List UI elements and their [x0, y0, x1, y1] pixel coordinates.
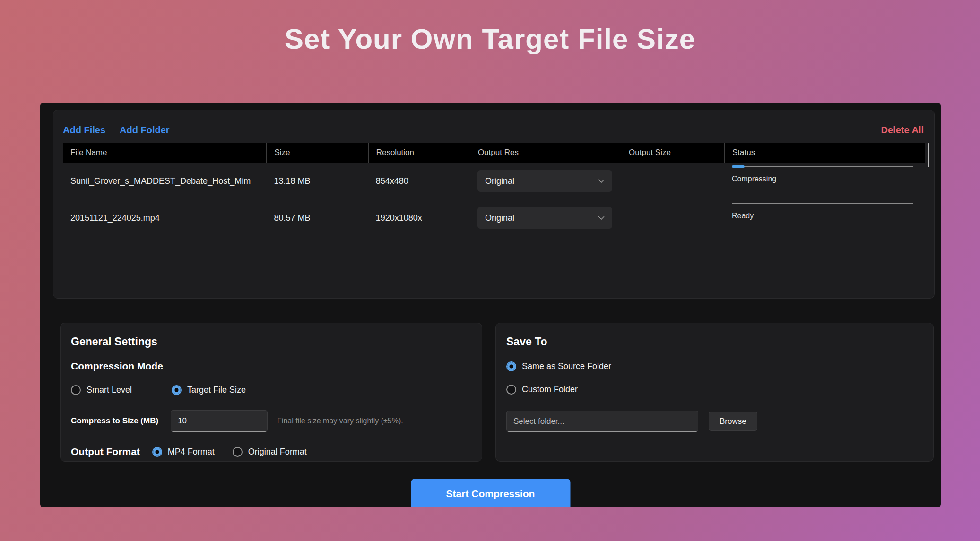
add-folder-button[interactable]: Add Folder — [120, 125, 170, 136]
smart-level-label: Smart Level — [87, 385, 132, 395]
compress-to-size-input[interactable] — [171, 410, 268, 432]
cell-status: Compressing — [724, 163, 925, 199]
cell-size: 80.57 MB — [266, 199, 368, 236]
page: { "page": { "title": "Set Your Own Targe… — [0, 0, 980, 541]
cell-output-size — [621, 199, 724, 236]
general-settings-card: General Settings Compression Mode Smart … — [60, 323, 482, 462]
file-list-card: Add Files Add Folder Delete All File Nam… — [53, 110, 935, 299]
original-format-label: Original Format — [248, 447, 307, 457]
toolbar: Add Files Add Folder Delete All — [63, 123, 924, 137]
column-header-resolution: Resolution — [368, 143, 470, 163]
output-format-row: Output Format MP4 Format Original Format — [71, 446, 471, 457]
save-to-title: Save To — [506, 335, 923, 348]
compress-to-size-row: Compress to Size (MB) Final file size ma… — [71, 410, 471, 432]
cell-output-res: Original — [470, 163, 621, 199]
compression-mode-label: Compression Mode — [71, 361, 471, 372]
target-file-size-radio[interactable] — [172, 385, 182, 395]
folder-select-row: Browse — [506, 411, 923, 432]
smart-level-radio[interactable] — [71, 385, 81, 395]
output-res-dropdown[interactable]: Original — [477, 207, 612, 229]
table-row: Sunil_Grover_s_MADDEST_Debate_Host_Mim 1… — [63, 163, 925, 199]
custom-folder-radio[interactable] — [506, 385, 516, 395]
table-row: 20151121_224025.mp4 80.57 MB 1920x1080x … — [63, 199, 925, 236]
compression-mode-options: Smart Level Target File Size — [71, 385, 471, 395]
output-res-selected-value: Original — [485, 176, 514, 186]
column-header-file-name: File Name — [63, 143, 266, 163]
progress-track — [732, 166, 913, 167]
cell-file-name: Sunil_Grover_s_MADDEST_Debate_Host_Mim — [63, 163, 266, 199]
original-format-radio[interactable] — [233, 447, 243, 457]
output-format-label: Output Format — [71, 446, 140, 457]
folder-path-input[interactable] — [506, 411, 698, 432]
page-title: Set Your Own Target File Size — [0, 23, 980, 55]
table-scrollbar[interactable] — [928, 143, 929, 167]
add-files-button[interactable]: Add Files — [63, 125, 105, 136]
column-header-output-size: Output Size — [621, 143, 724, 163]
size-variance-hint: Final file size may vary slightly (±5%). — [277, 417, 403, 425]
cell-resolution: 854x480 — [368, 163, 470, 199]
save-to-card: Save To Same as Source Folder Custom Fol… — [495, 323, 934, 462]
custom-folder-label: Custom Folder — [522, 385, 578, 395]
start-compression-button[interactable]: Start Compression — [411, 479, 570, 507]
delete-all-button[interactable]: Delete All — [881, 125, 924, 136]
column-header-status: Status — [724, 143, 925, 163]
mp4-format-radio[interactable] — [152, 447, 162, 457]
progress-track — [732, 203, 913, 204]
status-text: Ready — [732, 212, 913, 220]
general-settings-title: General Settings — [71, 335, 471, 348]
progress-bar — [732, 165, 745, 168]
cell-size: 13.18 MB — [266, 163, 368, 199]
table-body: Sunil_Grover_s_MADDEST_Debate_Host_Mim 1… — [63, 163, 925, 236]
custom-folder-row: Custom Folder — [506, 385, 923, 395]
cell-output-size — [621, 163, 724, 199]
same-as-source-row: Same as Source Folder — [506, 361, 923, 371]
column-header-output-res: Output Res — [470, 143, 621, 163]
output-res-selected-value: Original — [485, 213, 514, 223]
chevron-down-icon — [598, 216, 605, 220]
compress-to-size-label: Compress to Size (MB) — [71, 416, 158, 426]
same-as-source-radio[interactable] — [506, 361, 516, 371]
app-panel: Add Files Add Folder Delete All File Nam… — [40, 103, 941, 507]
cell-resolution: 1920x1080x — [368, 199, 470, 236]
output-res-dropdown[interactable]: Original — [477, 170, 612, 192]
table-header: File Name Size Resolution Output Res Out… — [63, 143, 925, 163]
target-file-size-label: Target File Size — [187, 385, 246, 395]
cell-output-res: Original — [470, 199, 621, 236]
cell-file-name: 20151121_224025.mp4 — [63, 199, 266, 236]
status-text: Compressing — [732, 175, 913, 183]
same-as-source-label: Same as Source Folder — [522, 361, 611, 371]
chevron-down-icon — [598, 179, 605, 183]
column-header-size: Size — [266, 143, 368, 163]
cell-status: Ready — [724, 199, 925, 236]
browse-button[interactable]: Browse — [709, 412, 757, 431]
mp4-format-label: MP4 Format — [168, 447, 215, 457]
